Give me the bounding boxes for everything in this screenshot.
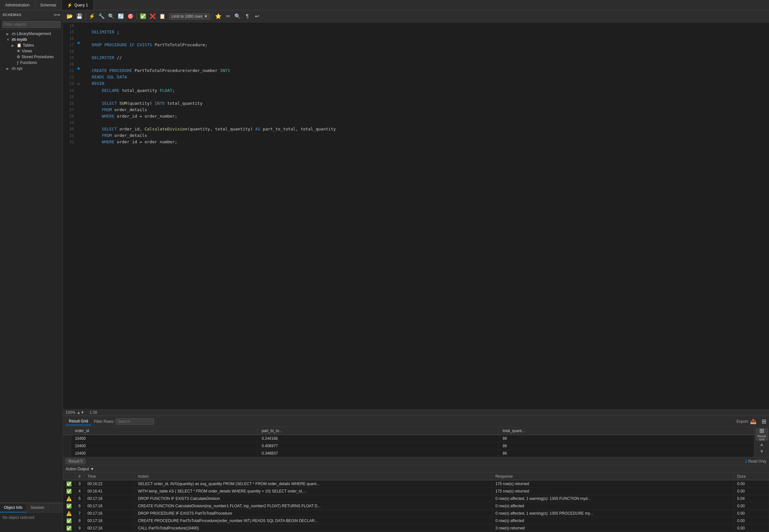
code-editor[interactable]: 14 15 DELIMITER ; 16 17 DROP PROCEDURE I… <box>63 22 769 409</box>
search-replace-button[interactable]: 🔍 <box>233 12 242 21</box>
object-info-tab-label: Object Info <box>4 505 22 510</box>
action-output-row: ✅ 6 00:17:16 CREATE FUNCTION CalculateDi… <box>63 502 769 510</box>
result-grid-btn-label: ResultGrid <box>758 435 766 441</box>
action-response-cell: 175 row(s) returned <box>492 480 734 488</box>
sidebar-filter-area <box>0 20 63 30</box>
tab-schemas[interactable]: Schemas <box>35 0 62 10</box>
zoom-level-text: 100% <box>66 410 76 415</box>
views-label: Views <box>22 49 60 53</box>
cell-order-id: 10400 <box>71 450 258 457</box>
tab-query1[interactable]: ⚡ Query 1 <box>62 0 94 10</box>
toolbar-divider-2 <box>137 13 137 20</box>
word-wrap-button[interactable]: ↩ <box>253 12 261 21</box>
filter-objects-input[interactable] <box>2 21 61 28</box>
action-duration-cell: 0.00 <box>734 517 769 525</box>
export-area: Export: 📤 <box>737 418 756 424</box>
action-status-cell: ✅ <box>63 488 75 495</box>
snippets-button[interactable]: ✂ <box>224 12 232 21</box>
mydb-schema-icon: 🗃 <box>12 37 15 42</box>
action-num-cell: 8 <box>75 517 84 525</box>
action-output-dropdown-icon[interactable]: ▼ <box>90 467 94 471</box>
tab-session[interactable]: Session <box>27 503 49 512</box>
action-action-cell: WITH temp_table AS ( SELECT * FROM order… <box>134 488 492 495</box>
status-icon: ⚠️ <box>66 496 72 501</box>
sidebar-item-tables[interactable]: ▶ 📋 Tables <box>0 42 63 48</box>
action-duration-cell: 0.00 <box>734 488 769 495</box>
cell-part-to-to: 0.348837 <box>258 450 499 457</box>
row-marker-header <box>63 427 71 435</box>
result-count-badge[interactable]: Result 5 <box>66 458 85 464</box>
action-response-cell: 0 row(s) affected, 1 warning(s): 1305 PR… <box>492 510 734 517</box>
toolbar-divider-1 <box>85 13 86 20</box>
sidebar-item-sys[interactable]: ▶ 🗃 sys <box>0 66 63 71</box>
inspector-button[interactable]: 📋 <box>158 12 166 21</box>
result-count-text: Result 5 <box>68 459 83 464</box>
action-status-cell: ✅ <box>63 525 75 532</box>
cell-order-id: 10400 <box>71 442 258 450</box>
filter-rows-area: Filter Rows: <box>94 418 154 425</box>
action-num-cell: 9 <box>75 525 84 532</box>
sys-label: sys <box>17 66 60 71</box>
tables-label: Tables <box>23 43 60 48</box>
filter-rows-input[interactable] <box>115 418 154 425</box>
zoom-control[interactable]: 100% ▲▼ <box>66 410 84 415</box>
tab-result-grid[interactable]: Result Grid <box>66 418 91 425</box>
result-grid-tab-label: Result Grid <box>69 419 88 423</box>
sidebar-item-views[interactable]: 👁 Views <box>0 48 63 54</box>
expand-tables-icon: ▶ <box>12 44 16 47</box>
code-line-26: 26 SELECT SUM(quantity) INTO total_quant… <box>63 100 769 107</box>
sidebar-item-librarymgmt[interactable]: ▶ 🗃 LibraryManagement <box>0 31 63 37</box>
action-num-cell: 3 <box>75 480 84 488</box>
result-grid-panel-btn[interactable]: ⊞ ResultGrid <box>756 428 768 440</box>
result-grid-btn-icon: ⊞ <box>759 427 764 434</box>
action-time-cell: 00:17:16 <box>84 502 135 510</box>
action-time-cell: 00:17:16 <box>84 495 135 502</box>
stop-button[interactable]: 🔄 <box>117 12 125 21</box>
tab-bar: Administration Schemas ⚡ Query 1 <box>0 0 769 10</box>
action-duration-cell: 0.00 <box>734 502 769 510</box>
cell-total-quant: 86 <box>499 435 754 442</box>
code-line-20: 20 <box>63 61 769 67</box>
tab-object-info[interactable]: Object Info <box>0 503 27 512</box>
cursor-position-text: 1:38 <box>89 410 97 415</box>
col-part-to-to: part_to_to... <box>258 427 499 435</box>
action-num-cell: 7 <box>75 510 84 517</box>
action-action-cell: CREATE PROCEDURE PartToTotalProcedure(or… <box>134 517 492 525</box>
sidebar-toggle-icon[interactable]: ⟺ <box>54 12 60 17</box>
code-line-28: 28 WHERE order_id = order_number; <box>63 113 769 120</box>
bookmark-button[interactable]: ⭐ <box>214 12 222 21</box>
limit-rows-select[interactable]: Limit to 1000 rows ▼ <box>169 13 210 20</box>
tab-administration[interactable]: Administration <box>0 0 35 10</box>
commit-button[interactable]: ✅ <box>139 12 147 21</box>
invisible-chars-button[interactable]: ¶ <box>243 12 251 21</box>
sidebar-item-functions[interactable]: ƒ Functions <box>0 60 63 66</box>
action-response-cell: 0 row(s) affected <box>492 502 734 510</box>
execute-selection-button[interactable]: 🔧 <box>97 12 106 21</box>
grid-view-icon[interactable]: ⊞ <box>762 418 766 425</box>
export-icon[interactable]: 📤 <box>750 418 756 424</box>
save-button[interactable]: 💾 <box>75 12 84 21</box>
status-icon: ✅ <box>66 526 72 531</box>
col-response: Response <box>492 473 734 480</box>
expand-libmgmt-icon: ▶ <box>6 32 11 36</box>
code-line-24: 24 DECLARE total_quantity FLOAT; <box>63 87 769 94</box>
code-line-19: 19 DELIMITER // <box>63 55 769 61</box>
action-action-cell: DROP FUNCTION IF EXISTS CalculateDivisio… <box>134 495 492 502</box>
sidebar-item-stored-procedures[interactable]: ⚙ Stored Procedures <box>0 54 63 60</box>
col-num: # <box>75 473 84 480</box>
status-icon: ✅ <box>66 481 72 486</box>
refresh-button[interactable]: 🎯 <box>126 12 135 21</box>
sidebar-item-mydb[interactable]: ▼ 🗃 mydb <box>0 37 63 42</box>
cell-order-id: 10400 <box>71 435 258 442</box>
nav-up-arrow[interactable]: ▲ <box>757 441 767 448</box>
action-status-cell: ✅ <box>63 480 75 488</box>
filter-rows-label: Filter Rows: <box>94 419 114 424</box>
explain-button[interactable]: 🔍 <box>107 12 115 21</box>
nav-down-arrow[interactable]: ▼ <box>757 448 767 455</box>
execute-button[interactable]: ⚡ <box>88 12 96 21</box>
result-area: Result Grid Filter Rows: Export: 📤 ⊞ <box>63 416 769 465</box>
action-status-cell: ✅ <box>63 502 75 510</box>
rollback-button[interactable]: ❌ <box>148 12 157 21</box>
open-folder-button[interactable]: 📂 <box>66 12 74 21</box>
code-line-27: 27 FROM order_details <box>63 107 769 113</box>
